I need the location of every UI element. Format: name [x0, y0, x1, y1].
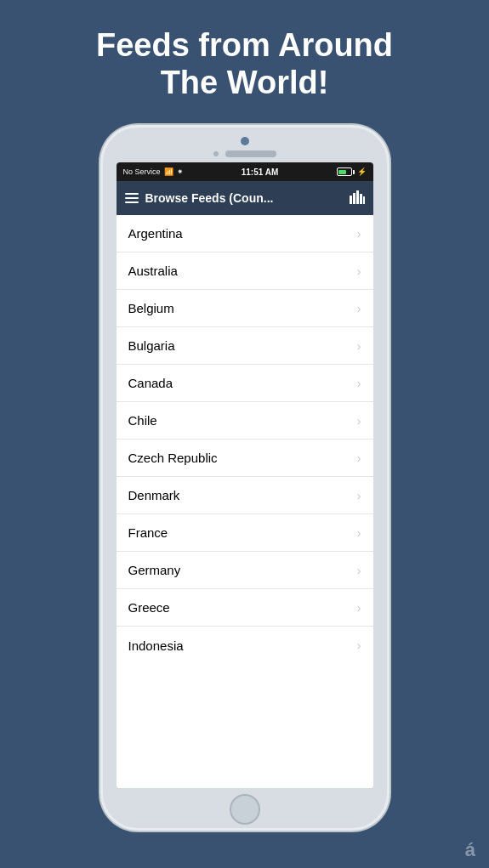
signal-icon: ⁕: [177, 167, 184, 176]
wifi-icon: 📶: [164, 167, 173, 176]
battery-icon: [337, 167, 355, 176]
chevron-right-icon: ›: [357, 339, 361, 353]
svg-rect-1: [353, 193, 355, 204]
chevron-right-icon: ›: [357, 264, 361, 278]
battery-fill: [338, 170, 346, 174]
status-time: 11:51 AM: [242, 167, 279, 177]
hamburger-line-2: [125, 197, 139, 199]
svg-rect-2: [356, 190, 359, 204]
nav-bar: Browse Feeds (Coun...: [117, 181, 373, 215]
chevron-right-icon: ›: [357, 227, 361, 241]
speaker: [225, 150, 276, 157]
svg-rect-3: [360, 194, 362, 204]
mic-dot: [213, 151, 219, 156]
speaker-area: [213, 150, 276, 157]
battery-body: [337, 167, 352, 176]
phone-device: No Service 📶 ⁕ 11:51 AM ⚡: [100, 125, 389, 831]
phone-bottom: [230, 788, 260, 831]
status-left: No Service 📶 ⁕: [123, 167, 184, 176]
chevron-right-icon: ›: [357, 601, 361, 615]
country-name: France: [128, 525, 168, 540]
list-item[interactable]: Australia›: [117, 252, 373, 290]
country-name: Denmark: [128, 488, 180, 502]
chevron-right-icon: ›: [357, 638, 361, 652]
country-name: Czech Republic: [128, 451, 218, 465]
chevron-right-icon: ›: [357, 564, 361, 577]
country-name: Chile: [128, 413, 157, 428]
charging-icon: ⚡: [357, 167, 367, 176]
country-name: Argentina: [128, 226, 183, 241]
status-bar: No Service 📶 ⁕ 11:51 AM ⚡: [117, 162, 373, 181]
svg-rect-4: [363, 196, 365, 204]
country-name: Belgium: [128, 301, 174, 315]
chevron-right-icon: ›: [357, 302, 361, 315]
nav-title: Browse Feeds (Coun...: [145, 191, 343, 205]
country-name: Bulgaria: [128, 338, 175, 353]
hamburger-line-1: [125, 193, 139, 195]
list-item[interactable]: Indonesia›: [117, 627, 373, 664]
phone-screen: No Service 📶 ⁕ 11:51 AM ⚡: [117, 162, 373, 788]
list-item[interactable]: Canada›: [117, 365, 373, 402]
country-name: Australia: [128, 264, 178, 278]
country-name: Germany: [128, 563, 181, 577]
list-item[interactable]: Chile›: [117, 402, 373, 440]
chevron-right-icon: ›: [357, 377, 361, 390]
phone-wrapper: No Service 📶 ⁕ 11:51 AM ⚡: [0, 125, 489, 831]
country-list: Argentina›Australia›Belgium›Bulgaria›Can…: [117, 215, 373, 788]
page-title: Feeds from Around The World!: [0, 0, 489, 125]
list-item[interactable]: Argentina›: [117, 215, 373, 252]
page-background: Feeds from Around The World! No Service …: [0, 0, 489, 868]
list-item[interactable]: Czech Republic›: [117, 440, 373, 477]
svg-rect-0: [350, 196, 352, 204]
chevron-right-icon: ›: [357, 489, 361, 502]
hamburger-line-3: [125, 201, 139, 203]
country-name: Indonesia: [128, 638, 184, 653]
battery-tip: [353, 170, 355, 174]
chart-icon[interactable]: [350, 190, 365, 207]
list-item[interactable]: Greece›: [117, 589, 373, 627]
hamburger-button[interactable]: [125, 193, 139, 203]
chevron-right-icon: ›: [357, 526, 361, 540]
list-item[interactable]: Belgium›: [117, 290, 373, 327]
country-name: Canada: [128, 376, 173, 390]
chevron-right-icon: ›: [357, 451, 361, 465]
list-item[interactable]: France›: [117, 514, 373, 552]
home-button[interactable]: [230, 794, 260, 825]
list-item[interactable]: Germany›: [117, 552, 373, 589]
phone-top: [100, 125, 389, 162]
status-right: ⚡: [337, 167, 367, 176]
watermark: á: [465, 839, 475, 861]
country-name: Greece: [128, 600, 170, 615]
list-item[interactable]: Denmark›: [117, 477, 373, 514]
chevron-right-icon: ›: [357, 414, 361, 428]
list-item[interactable]: Bulgaria›: [117, 327, 373, 365]
camera: [241, 137, 249, 145]
no-service-label: No Service: [123, 167, 161, 176]
